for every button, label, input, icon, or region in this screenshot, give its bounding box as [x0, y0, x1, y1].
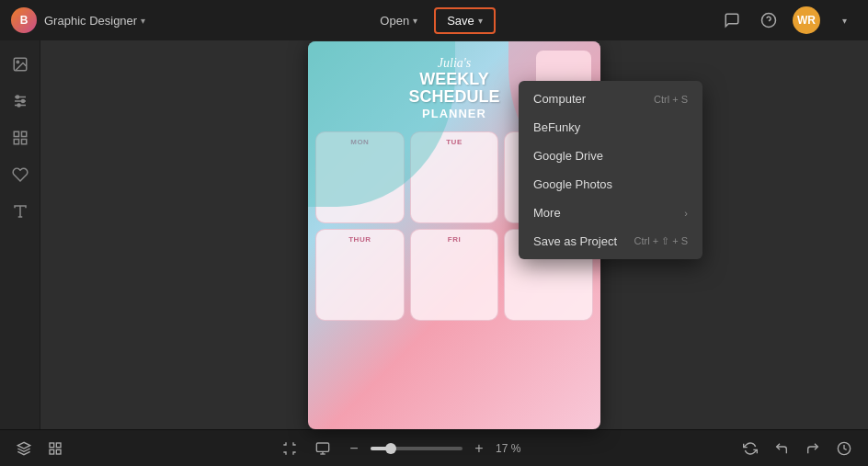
history-button[interactable] [831, 436, 857, 461]
sidebar-layers-icon[interactable] [4, 121, 37, 154]
zoom-controls: − + 17 % [343, 438, 529, 460]
svg-rect-13 [21, 140, 26, 144]
sidebar-photos-icon[interactable] [4, 48, 37, 81]
menu-item-more-label: More [533, 206, 561, 220]
app-logo[interactable]: B [11, 7, 37, 33]
svg-rect-17 [50, 443, 54, 448]
chat-button[interactable] [719, 7, 745, 33]
svg-point-8 [21, 100, 24, 103]
bottom-left [11, 436, 68, 461]
svg-point-7 [16, 96, 18, 98]
menu-item-google-photos-label: Google Photos [533, 177, 612, 191]
canvas-julias-text: Julia's [317, 56, 591, 71]
sidebar [0, 40, 40, 429]
sidebar-adjust-icon[interactable] [4, 85, 37, 118]
zoom-slider-thumb[interactable] [385, 443, 396, 454]
day-label-fri: FRI [448, 235, 461, 244]
menu-item-computer[interactable]: Computer Ctrl + S [519, 85, 702, 113]
save-dropdown-menu: Computer Ctrl + S BeFunky Google Drive G… [519, 81, 702, 259]
logo-text: B [20, 14, 29, 27]
open-chevron: ▾ [413, 16, 417, 26]
crop-button[interactable] [277, 436, 303, 461]
sidebar-heart-icon[interactable] [4, 158, 37, 191]
header: B Graphic Designer ▾ Open ▾ Save ▾ [0, 0, 868, 40]
avatar[interactable]: WR [793, 6, 820, 34]
rotate-button[interactable] [737, 436, 763, 461]
help-button[interactable] [756, 7, 782, 33]
menu-item-more-arrow: › [684, 208, 688, 219]
bottom-center: − + 17 % [75, 436, 730, 461]
svg-rect-10 [14, 131, 18, 136]
day-label-thur: THUR [348, 235, 371, 244]
app-title-button[interactable]: Graphic Designer ▾ [44, 14, 145, 28]
avatar-initials: WR [797, 14, 816, 27]
svg-rect-20 [56, 449, 61, 454]
menu-item-save-as-project[interactable]: Save as Project Ctrl + ⇧ + S [519, 227, 702, 256]
layers-button[interactable] [11, 436, 37, 461]
svg-rect-18 [56, 443, 61, 448]
sidebar-text-icon[interactable] [4, 195, 37, 228]
zoom-out-button[interactable]: − [343, 438, 365, 460]
bottom-right [737, 436, 857, 461]
svg-rect-21 [316, 443, 328, 451]
open-button[interactable]: Open ▾ [369, 9, 428, 32]
menu-item-google-drive-label: Google Drive [533, 149, 603, 163]
svg-rect-12 [14, 140, 18, 144]
svg-rect-11 [21, 131, 26, 136]
grid-button[interactable] [42, 436, 68, 461]
day-label-tue: TUE [446, 138, 463, 146]
fullscreen-button[interactable] [310, 436, 336, 461]
day-card-thur: THUR [315, 229, 405, 321]
menu-item-befunky[interactable]: BeFunky [519, 113, 702, 142]
redo-button[interactable] [800, 436, 826, 461]
header-right: WR ▾ [719, 6, 857, 34]
open-label: Open [380, 14, 409, 28]
menu-item-save-as-project-label: Save as Project [533, 234, 617, 248]
zoom-slider-track[interactable] [371, 447, 463, 450]
menu-item-google-drive[interactable]: Google Drive [519, 142, 702, 170]
svg-point-9 [17, 104, 20, 107]
save-label: Save [447, 14, 474, 28]
save-chevron: ▾ [478, 16, 483, 26]
app-title-chevron: ▾ [141, 16, 145, 26]
menu-item-save-as-project-shortcut: Ctrl + ⇧ + S [634, 235, 688, 247]
save-button[interactable]: Save ▾ [434, 7, 496, 34]
svg-marker-16 [17, 442, 29, 449]
undo-button[interactable] [769, 436, 794, 461]
svg-rect-19 [50, 449, 54, 454]
zoom-in-button[interactable]: + [468, 438, 490, 460]
day-card-fri: FRI [410, 229, 499, 321]
weekly-label: WEEKLY [419, 70, 488, 88]
menu-item-befunky-label: BeFunky [533, 120, 580, 134]
menu-item-computer-shortcut: Ctrl + S [654, 94, 688, 105]
header-center: Open ▾ Save ▾ [153, 7, 712, 34]
main-area: Julia's WEEKLY SCHEDULE PLANNER MON TUE [0, 40, 868, 429]
app-title-text: Graphic Designer [44, 14, 137, 28]
schedule-label: SCHEDULE [408, 87, 499, 106]
bottom-toolbar: − + 17 % [0, 429, 868, 466]
zoom-percent: 17 % [496, 442, 529, 455]
menu-item-computer-label: Computer [533, 92, 586, 106]
avatar-chevron-button[interactable]: ▾ [831, 7, 857, 33]
svg-point-3 [17, 61, 18, 63]
canvas-area: Julia's WEEKLY SCHEDULE PLANNER MON TUE [40, 40, 868, 429]
menu-item-google-photos[interactable]: Google Photos [519, 170, 702, 199]
menu-item-more[interactable]: More › [519, 199, 702, 227]
